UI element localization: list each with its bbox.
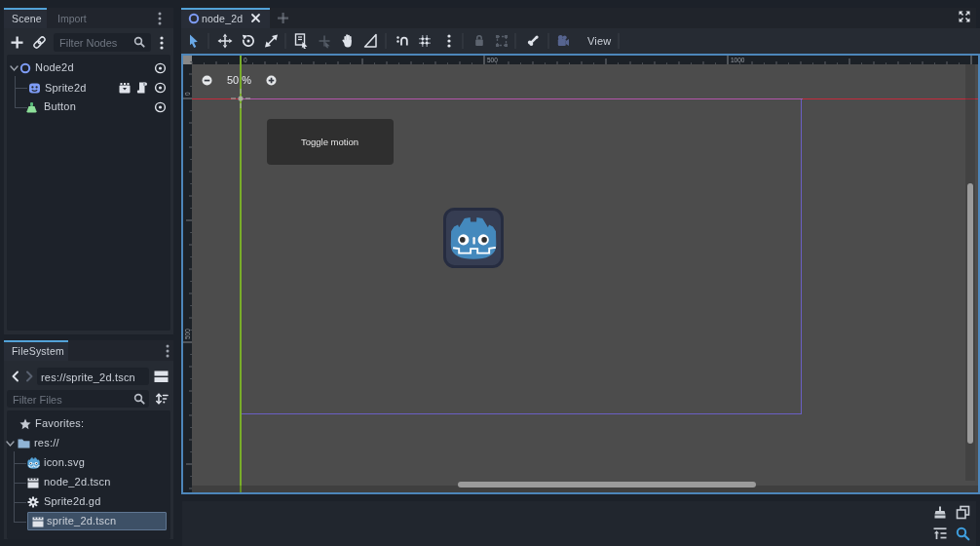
svg-text:500: 500 [487, 57, 498, 63]
svg-text:500: 500 [184, 329, 191, 339]
svg-text:1000: 1000 [731, 57, 745, 63]
svg-text:0: 0 [184, 92, 191, 96]
svg-text:0: 0 [244, 57, 247, 63]
